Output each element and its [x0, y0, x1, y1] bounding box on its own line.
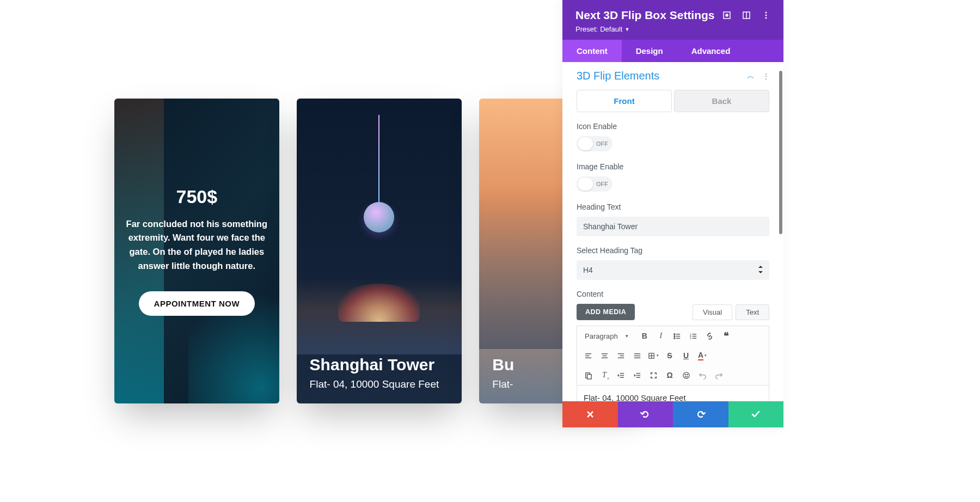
- toggle-icon-enable[interactable]: OFF: [577, 136, 612, 151]
- special-char-icon[interactable]: Ω: [662, 368, 677, 383]
- subtab-front[interactable]: Front: [577, 90, 672, 112]
- cancel-button[interactable]: [562, 401, 618, 427]
- tab-design[interactable]: Design: [622, 40, 677, 62]
- svg-text:3: 3: [690, 337, 691, 340]
- underline-icon[interactable]: U: [678, 348, 694, 363]
- text-color-icon[interactable]: A▾: [695, 348, 710, 363]
- emoji-icon[interactable]: [678, 368, 694, 383]
- redo-icon[interactable]: [711, 368, 726, 383]
- panel-header: Next 3D Flip Box Settings Preset: Defaul…: [562, 0, 783, 40]
- select-heading-tag[interactable]: [577, 260, 769, 280]
- editor-toolbar-row1: Paragraph B I 123 ❝: [577, 326, 769, 346]
- label-content: Content: [577, 290, 769, 298]
- toggle-image-enable[interactable]: OFF: [577, 176, 612, 192]
- flip-card-2: Shanghai Tower Flat- 04, 10000 Square Fe…: [297, 99, 462, 403]
- svg-point-5: [765, 15, 767, 16]
- label-image-enable: Image Enable: [577, 162, 769, 171]
- bold-icon[interactable]: B: [637, 328, 652, 344]
- svg-point-9: [674, 335, 675, 336]
- redo-button[interactable]: [673, 401, 728, 427]
- tab-advanced[interactable]: Advanced: [677, 40, 745, 62]
- chevron-up-icon[interactable]: ︿: [747, 71, 755, 81]
- more-icon[interactable]: [762, 11, 770, 20]
- card-subtitle: Flat-: [492, 378, 632, 390]
- undo-icon[interactable]: [695, 368, 710, 383]
- input-heading-text[interactable]: [577, 217, 769, 236]
- save-button[interactable]: [728, 401, 784, 427]
- flip-card-1: 750$ Far concluded not his something ext…: [114, 99, 279, 403]
- svg-point-1: [726, 14, 728, 16]
- section-title[interactable]: 3D Flip Elements: [577, 70, 659, 82]
- label-icon-enable: Icon Enable: [577, 122, 769, 131]
- snap-icon[interactable]: [742, 11, 751, 20]
- label-heading-text: Heading Text: [577, 203, 769, 211]
- subtab-back[interactable]: Back: [674, 90, 769, 112]
- align-justify-icon[interactable]: [629, 348, 645, 363]
- panel-title: Next 3D Flip Box Settings: [575, 9, 715, 22]
- svg-point-42: [683, 372, 689, 378]
- price-text: 750$: [176, 186, 217, 207]
- editor-tab-text[interactable]: Text: [736, 304, 769, 320]
- label-heading-tag: Select Heading Tag: [577, 246, 769, 255]
- format-select[interactable]: Paragraph: [580, 330, 633, 342]
- editor-tab-visual[interactable]: Visual: [693, 304, 732, 320]
- svg-point-4: [765, 12, 767, 14]
- panel-footer: [562, 401, 783, 427]
- main-tabs: Content Design Advanced: [562, 40, 783, 62]
- svg-point-44: [687, 374, 688, 375]
- svg-point-7: [674, 333, 675, 334]
- fullscreen-icon[interactable]: [646, 368, 661, 383]
- svg-point-43: [684, 374, 685, 375]
- card-title: Bu: [492, 356, 632, 374]
- appointment-button[interactable]: APPOINTMENT NOW: [139, 291, 255, 316]
- caret-down-icon: ▼: [624, 27, 629, 32]
- scrollbar[interactable]: [779, 71, 782, 234]
- panel-body: 3D Flip Elements ︿ ⋮ Front Back Icon Ena…: [562, 62, 783, 401]
- add-media-button[interactable]: ADD MEDIA: [577, 304, 635, 320]
- svg-point-11: [674, 338, 675, 339]
- expand-icon[interactable]: [722, 11, 731, 20]
- card-title: Shanghai Tower: [310, 356, 449, 374]
- italic-icon[interactable]: I: [653, 328, 669, 344]
- card-subtitle: Flat- 04, 10000 Square Feet: [310, 378, 449, 390]
- preset-selector[interactable]: Preset: Default ▼: [575, 25, 715, 33]
- table-icon[interactable]: ▾: [646, 348, 661, 363]
- bullet-list-icon[interactable]: [670, 328, 685, 344]
- indent-icon[interactable]: [629, 368, 645, 383]
- svg-point-6: [765, 17, 767, 19]
- strikethrough-icon[interactable]: S: [662, 348, 677, 363]
- blockquote-icon[interactable]: ❝: [719, 328, 734, 344]
- card-description: Far concluded not his something extremit…: [125, 217, 268, 273]
- undo-button[interactable]: [618, 401, 673, 427]
- tab-content[interactable]: Content: [562, 40, 622, 62]
- link-icon[interactable]: [702, 328, 718, 344]
- numbered-list-icon[interactable]: 123: [686, 328, 701, 344]
- section-more-icon[interactable]: ⋮: [762, 72, 769, 81]
